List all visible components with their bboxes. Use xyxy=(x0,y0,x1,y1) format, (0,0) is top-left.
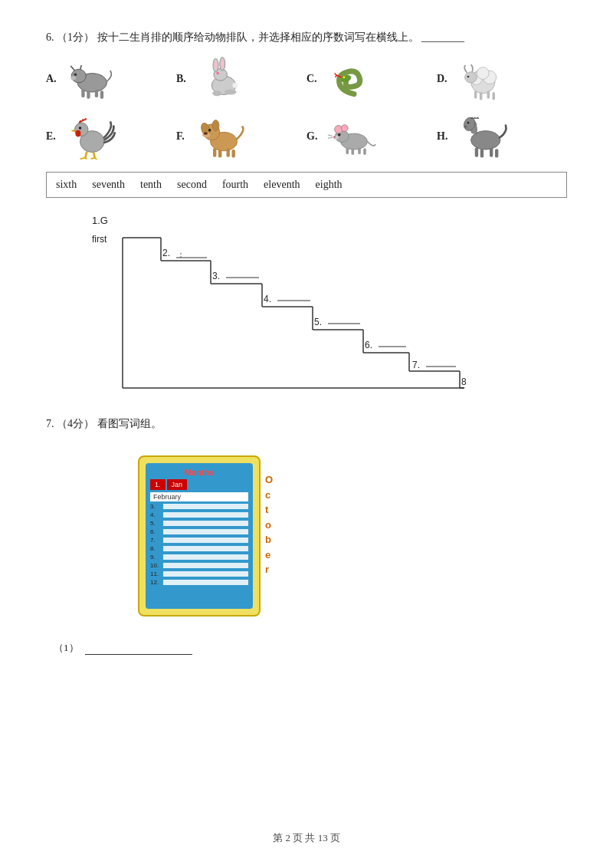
animal-d: D. xyxy=(437,54,559,104)
q7-sub1: （1） xyxy=(54,641,567,655)
svg-rect-52 xyxy=(227,148,230,156)
animal-a-label: A. xyxy=(46,73,60,85)
animal-b-img xyxy=(193,54,254,104)
question-7: 7. （4分） 看图写词组。 Months 1. Jan February 3. xyxy=(46,417,567,655)
svg-point-25 xyxy=(477,67,489,79)
q6-number: 6. xyxy=(46,31,54,43)
animal-f-label: F. xyxy=(176,130,190,143)
animal-d-img xyxy=(454,54,515,104)
animal-c: C. xyxy=(306,54,429,104)
animal-g: G. xyxy=(306,111,429,161)
svg-text:6.: 6. xyxy=(365,340,372,350)
svg-point-31 xyxy=(467,75,470,77)
word-eighth: eighth xyxy=(316,179,343,191)
cal-line-6: 6. xyxy=(150,528,248,535)
cal-line-4: 4. xyxy=(150,511,248,518)
svg-point-26 xyxy=(465,71,477,82)
cal-line-10: 10. xyxy=(150,562,248,569)
svg-point-49 xyxy=(208,128,211,131)
word-bank: sixth seventh tenth second fourth eleven… xyxy=(46,172,567,198)
calendar-row1: 1. Jan xyxy=(150,479,248,490)
svg-rect-66 xyxy=(363,148,366,155)
word-seventh: seventh xyxy=(92,179,125,191)
cal-line-3: 3. xyxy=(150,503,248,510)
svg-rect-50 xyxy=(213,148,216,156)
svg-text:3.: 3. xyxy=(212,271,220,281)
svg-point-17 xyxy=(212,90,221,96)
q7-text: 看图写词组。 xyxy=(97,418,162,429)
svg-rect-71 xyxy=(490,147,493,156)
footer-text: 第 2 页 共 13 页 xyxy=(273,832,340,843)
animal-g-label: G. xyxy=(306,130,320,143)
svg-text:8.: 8. xyxy=(461,376,467,387)
svg-rect-27 xyxy=(474,90,477,99)
word-second: second xyxy=(177,179,207,191)
cal-line-8: 8. xyxy=(150,545,248,552)
svg-point-9 xyxy=(70,76,76,80)
animal-b: B. xyxy=(176,54,299,104)
svg-point-46 xyxy=(212,120,219,130)
q7-score: （4分） xyxy=(57,418,94,429)
cal-line-5: 5. xyxy=(150,520,248,527)
svg-point-57 xyxy=(341,124,348,131)
svg-line-39 xyxy=(80,157,86,159)
svg-rect-63 xyxy=(346,147,349,154)
q7-sub1-line xyxy=(85,641,192,655)
svg-text:7.: 7. xyxy=(412,360,420,370)
svg-rect-30 xyxy=(493,92,496,100)
svg-text:4.: 4. xyxy=(264,294,271,304)
svg-point-34 xyxy=(75,130,80,136)
cal-line-7: 7. xyxy=(150,537,248,544)
svg-rect-4 xyxy=(81,89,84,97)
svg-rect-72 xyxy=(495,149,498,157)
q7-sub1-label: （1） xyxy=(54,641,79,655)
svg-point-15 xyxy=(221,59,225,68)
svg-line-37 xyxy=(86,151,87,157)
svg-text:first: first xyxy=(92,234,107,245)
svg-rect-70 xyxy=(480,149,484,157)
animal-b-label: B. xyxy=(176,73,190,85)
svg-point-74 xyxy=(464,126,467,128)
cal-line-11: 11. xyxy=(150,570,248,577)
q6-score: （1分） xyxy=(57,31,94,43)
svg-rect-28 xyxy=(480,92,483,100)
svg-rect-7 xyxy=(100,90,103,99)
animal-f: F. xyxy=(176,111,299,161)
svg-rect-64 xyxy=(352,148,355,155)
svg-point-18 xyxy=(225,89,237,94)
svg-marker-35 xyxy=(70,129,74,132)
q6-answer-line: ________ xyxy=(421,31,464,43)
calendar-feb: February xyxy=(150,492,248,501)
svg-line-2 xyxy=(70,65,74,70)
svg-rect-51 xyxy=(218,150,221,158)
q7-number: 7. xyxy=(46,418,54,429)
word-tenth: tenth xyxy=(140,179,162,191)
q6-text: 按十二生肖排的顺序给动物排队，并选择相应的序数词写在横线上。 xyxy=(97,31,419,43)
svg-text:1.G: 1.G xyxy=(92,215,108,226)
svg-point-48 xyxy=(204,132,208,135)
svg-line-41 xyxy=(91,157,95,159)
cal-jan-highlight: Jan xyxy=(167,479,188,490)
svg-text:5.: 5. xyxy=(314,317,322,327)
animal-a: A. xyxy=(46,54,169,104)
svg-rect-65 xyxy=(358,147,361,154)
svg-line-42 xyxy=(95,157,98,159)
word-eleventh: eleventh xyxy=(264,179,300,191)
word-fourth: fourth xyxy=(222,179,248,191)
animal-c-img xyxy=(323,54,385,104)
question-6: 6. （1分） 按十二生肖排的顺序给动物排队，并选择相应的序数词写在横线上。 _… xyxy=(46,31,567,394)
svg-point-13 xyxy=(215,60,218,69)
svg-line-62 xyxy=(328,137,333,138)
q7-title: 7. （4分） 看图写词组。 xyxy=(46,417,567,431)
svg-rect-5 xyxy=(87,90,90,99)
calendar-image: Months 1. Jan February 3. 4. xyxy=(138,455,261,616)
svg-line-3 xyxy=(80,65,82,70)
svg-line-40 xyxy=(86,157,87,159)
animal-e-img xyxy=(63,111,124,161)
animal-c-label: C. xyxy=(306,73,320,85)
svg-line-61 xyxy=(328,134,333,136)
word-sixth: sixth xyxy=(56,179,77,191)
svg-point-73 xyxy=(467,121,470,123)
cal-line-12: 12. xyxy=(150,579,248,586)
animal-e: E. xyxy=(46,111,169,161)
